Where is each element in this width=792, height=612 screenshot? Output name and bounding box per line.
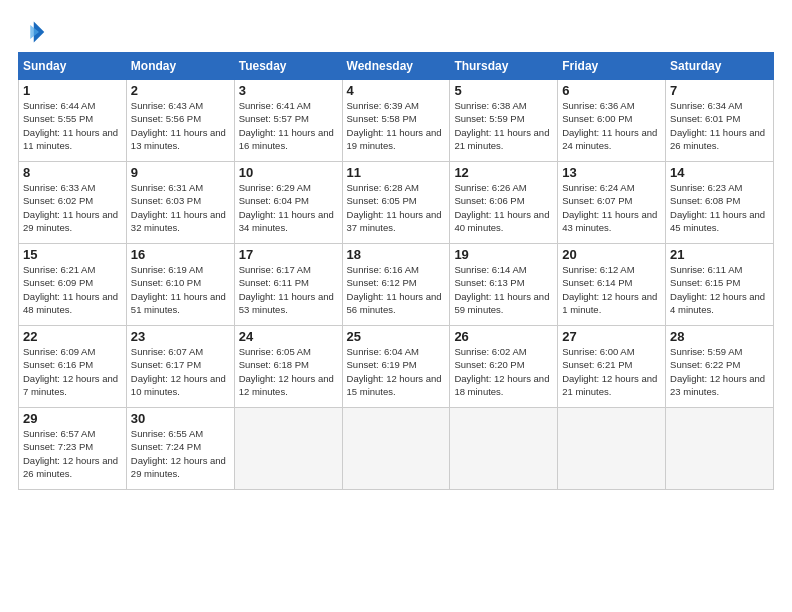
day-number: 15: [23, 247, 122, 262]
calendar-day-cell: 4Sunrise: 6:39 AMSunset: 5:58 PMDaylight…: [342, 80, 450, 162]
calendar-day-cell: 12Sunrise: 6:26 AMSunset: 6:06 PMDayligh…: [450, 162, 558, 244]
day-number: 12: [454, 165, 553, 180]
day-info: Sunrise: 6:23 AMSunset: 6:08 PMDaylight:…: [670, 181, 769, 234]
day-number: 3: [239, 83, 338, 98]
calendar-day-cell: [558, 408, 666, 490]
calendar-week-row: 29Sunrise: 6:57 AMSunset: 7:23 PMDayligh…: [19, 408, 774, 490]
page: SundayMondayTuesdayWednesdayThursdayFrid…: [0, 0, 792, 612]
calendar-week-row: 8Sunrise: 6:33 AMSunset: 6:02 PMDaylight…: [19, 162, 774, 244]
day-info: Sunrise: 6:57 AMSunset: 7:23 PMDaylight:…: [23, 427, 122, 480]
day-number: 20: [562, 247, 661, 262]
calendar-day-cell: 9Sunrise: 6:31 AMSunset: 6:03 PMDaylight…: [126, 162, 234, 244]
day-number: 28: [670, 329, 769, 344]
day-number: 22: [23, 329, 122, 344]
calendar-day-cell: 26Sunrise: 6:02 AMSunset: 6:20 PMDayligh…: [450, 326, 558, 408]
day-number: 8: [23, 165, 122, 180]
logo-icon: [18, 18, 46, 46]
calendar-header-row: SundayMondayTuesdayWednesdayThursdayFrid…: [19, 53, 774, 80]
day-info: Sunrise: 6:44 AMSunset: 5:55 PMDaylight:…: [23, 99, 122, 152]
calendar-day-cell: 20Sunrise: 6:12 AMSunset: 6:14 PMDayligh…: [558, 244, 666, 326]
day-info: Sunrise: 6:31 AMSunset: 6:03 PMDaylight:…: [131, 181, 230, 234]
calendar-day-cell: 19Sunrise: 6:14 AMSunset: 6:13 PMDayligh…: [450, 244, 558, 326]
calendar-week-row: 1Sunrise: 6:44 AMSunset: 5:55 PMDaylight…: [19, 80, 774, 162]
day-info: Sunrise: 6:26 AMSunset: 6:06 PMDaylight:…: [454, 181, 553, 234]
day-number: 11: [347, 165, 446, 180]
day-number: 29: [23, 411, 122, 426]
day-number: 14: [670, 165, 769, 180]
day-info: Sunrise: 6:02 AMSunset: 6:20 PMDaylight:…: [454, 345, 553, 398]
calendar-day-cell: 18Sunrise: 6:16 AMSunset: 6:12 PMDayligh…: [342, 244, 450, 326]
calendar-day-cell: 21Sunrise: 6:11 AMSunset: 6:15 PMDayligh…: [666, 244, 774, 326]
calendar-day-cell: 22Sunrise: 6:09 AMSunset: 6:16 PMDayligh…: [19, 326, 127, 408]
day-info: Sunrise: 6:17 AMSunset: 6:11 PMDaylight:…: [239, 263, 338, 316]
calendar-day-cell: 17Sunrise: 6:17 AMSunset: 6:11 PMDayligh…: [234, 244, 342, 326]
day-info: Sunrise: 6:39 AMSunset: 5:58 PMDaylight:…: [347, 99, 446, 152]
calendar-day-cell: 10Sunrise: 6:29 AMSunset: 6:04 PMDayligh…: [234, 162, 342, 244]
calendar-day-cell: 28Sunrise: 5:59 AMSunset: 6:22 PMDayligh…: [666, 326, 774, 408]
calendar-day-cell: 13Sunrise: 6:24 AMSunset: 6:07 PMDayligh…: [558, 162, 666, 244]
day-number: 4: [347, 83, 446, 98]
calendar-day-cell: 15Sunrise: 6:21 AMSunset: 6:09 PMDayligh…: [19, 244, 127, 326]
calendar-day-cell: 1Sunrise: 6:44 AMSunset: 5:55 PMDaylight…: [19, 80, 127, 162]
calendar-day-cell: 2Sunrise: 6:43 AMSunset: 5:56 PMDaylight…: [126, 80, 234, 162]
day-number: 6: [562, 83, 661, 98]
calendar-header-cell: Wednesday: [342, 53, 450, 80]
day-number: 10: [239, 165, 338, 180]
calendar-day-cell: [666, 408, 774, 490]
day-info: Sunrise: 6:28 AMSunset: 6:05 PMDaylight:…: [347, 181, 446, 234]
calendar-day-cell: 27Sunrise: 6:00 AMSunset: 6:21 PMDayligh…: [558, 326, 666, 408]
day-info: Sunrise: 5:59 AMSunset: 6:22 PMDaylight:…: [670, 345, 769, 398]
day-info: Sunrise: 6:14 AMSunset: 6:13 PMDaylight:…: [454, 263, 553, 316]
day-number: 18: [347, 247, 446, 262]
day-number: 7: [670, 83, 769, 98]
calendar-day-cell: [342, 408, 450, 490]
day-info: Sunrise: 6:12 AMSunset: 6:14 PMDaylight:…: [562, 263, 661, 316]
calendar-day-cell: 30Sunrise: 6:55 AMSunset: 7:24 PMDayligh…: [126, 408, 234, 490]
day-info: Sunrise: 6:21 AMSunset: 6:09 PMDaylight:…: [23, 263, 122, 316]
calendar-day-cell: 25Sunrise: 6:04 AMSunset: 6:19 PMDayligh…: [342, 326, 450, 408]
day-info: Sunrise: 6:00 AMSunset: 6:21 PMDaylight:…: [562, 345, 661, 398]
header: [18, 18, 774, 46]
day-info: Sunrise: 6:07 AMSunset: 6:17 PMDaylight:…: [131, 345, 230, 398]
calendar-day-cell: 16Sunrise: 6:19 AMSunset: 6:10 PMDayligh…: [126, 244, 234, 326]
day-number: 2: [131, 83, 230, 98]
calendar-day-cell: 6Sunrise: 6:36 AMSunset: 6:00 PMDaylight…: [558, 80, 666, 162]
day-info: Sunrise: 6:05 AMSunset: 6:18 PMDaylight:…: [239, 345, 338, 398]
calendar-header-cell: Thursday: [450, 53, 558, 80]
calendar-header-cell: Friday: [558, 53, 666, 80]
calendar-day-cell: 7Sunrise: 6:34 AMSunset: 6:01 PMDaylight…: [666, 80, 774, 162]
day-number: 5: [454, 83, 553, 98]
day-number: 17: [239, 247, 338, 262]
day-info: Sunrise: 6:16 AMSunset: 6:12 PMDaylight:…: [347, 263, 446, 316]
day-info: Sunrise: 6:11 AMSunset: 6:15 PMDaylight:…: [670, 263, 769, 316]
calendar-day-cell: 3Sunrise: 6:41 AMSunset: 5:57 PMDaylight…: [234, 80, 342, 162]
day-info: Sunrise: 6:04 AMSunset: 6:19 PMDaylight:…: [347, 345, 446, 398]
day-info: Sunrise: 6:29 AMSunset: 6:04 PMDaylight:…: [239, 181, 338, 234]
calendar-week-row: 22Sunrise: 6:09 AMSunset: 6:16 PMDayligh…: [19, 326, 774, 408]
calendar-day-cell: 24Sunrise: 6:05 AMSunset: 6:18 PMDayligh…: [234, 326, 342, 408]
day-info: Sunrise: 6:09 AMSunset: 6:16 PMDaylight:…: [23, 345, 122, 398]
day-info: Sunrise: 6:41 AMSunset: 5:57 PMDaylight:…: [239, 99, 338, 152]
day-info: Sunrise: 6:19 AMSunset: 6:10 PMDaylight:…: [131, 263, 230, 316]
calendar-day-cell: [234, 408, 342, 490]
calendar-week-row: 15Sunrise: 6:21 AMSunset: 6:09 PMDayligh…: [19, 244, 774, 326]
day-number: 25: [347, 329, 446, 344]
day-info: Sunrise: 6:36 AMSunset: 6:00 PMDaylight:…: [562, 99, 661, 152]
calendar-header-cell: Tuesday: [234, 53, 342, 80]
day-number: 30: [131, 411, 230, 426]
day-number: 26: [454, 329, 553, 344]
calendar-table: SundayMondayTuesdayWednesdayThursdayFrid…: [18, 52, 774, 490]
day-info: Sunrise: 6:24 AMSunset: 6:07 PMDaylight:…: [562, 181, 661, 234]
day-info: Sunrise: 6:38 AMSunset: 5:59 PMDaylight:…: [454, 99, 553, 152]
day-number: 9: [131, 165, 230, 180]
day-number: 21: [670, 247, 769, 262]
day-number: 27: [562, 329, 661, 344]
calendar-header-cell: Saturday: [666, 53, 774, 80]
calendar-body: 1Sunrise: 6:44 AMSunset: 5:55 PMDaylight…: [19, 80, 774, 490]
calendar-day-cell: 29Sunrise: 6:57 AMSunset: 7:23 PMDayligh…: [19, 408, 127, 490]
day-number: 19: [454, 247, 553, 262]
calendar-header-cell: Monday: [126, 53, 234, 80]
day-info: Sunrise: 6:33 AMSunset: 6:02 PMDaylight:…: [23, 181, 122, 234]
calendar-day-cell: 23Sunrise: 6:07 AMSunset: 6:17 PMDayligh…: [126, 326, 234, 408]
day-info: Sunrise: 6:55 AMSunset: 7:24 PMDaylight:…: [131, 427, 230, 480]
